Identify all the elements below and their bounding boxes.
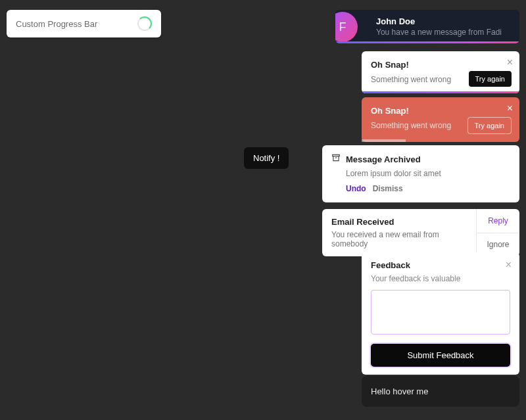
progress-card: Custom Progress Bar (7, 10, 161, 37)
close-icon[interactable]: × (506, 259, 512, 271)
dismiss-button[interactable]: Dismiss (373, 184, 403, 193)
close-icon[interactable]: × (507, 103, 513, 114)
try-again-button[interactable]: Try again (469, 71, 512, 87)
email-subtitle: You received a new email from somebody (331, 230, 467, 248)
archive-icon (331, 153, 341, 165)
feedback-subtitle: Your feedback is valuable (371, 274, 510, 283)
undo-button[interactable]: Undo (346, 184, 366, 193)
spinner-icon (137, 16, 152, 31)
notify-button[interactable]: Notify ! (244, 147, 289, 169)
email-notification: Email Received You received a new email … (322, 209, 519, 256)
progress-line (362, 139, 406, 142)
feedback-card: × Feedback Your feedback is valuable Sub… (362, 252, 519, 375)
email-title: Email Received (331, 217, 467, 227)
message-title: John Doe (376, 16, 510, 26)
feedback-textarea[interactable] (371, 290, 510, 335)
message-subtitle: You have a new message from Fadi (376, 28, 510, 37)
error-notification-light: × Oh Snap! Something went wrong Try agai… (362, 51, 519, 93)
progress-line (362, 91, 519, 93)
error-title: Oh Snap! (371, 60, 510, 70)
error-notification-danger: × Oh Snap! Something went wrong Try agai… (362, 97, 519, 142)
submit-feedback-button[interactable]: Submit Feedback (371, 344, 510, 367)
try-again-button[interactable]: Try again (467, 117, 512, 134)
reply-button[interactable]: Reply (477, 209, 519, 233)
hover-text: Hello hover me (371, 386, 428, 396)
archived-title: Message Archived (346, 154, 421, 164)
hover-card[interactable]: Hello hover me (362, 376, 519, 407)
progress-line (335, 41, 519, 43)
error-title: Oh Snap! (371, 106, 510, 116)
archived-subtitle: Lorem ipsum dolor sit amet (346, 169, 510, 178)
avatar: F (335, 12, 358, 42)
archived-notification: Message Archived Lorem ipsum dolor sit a… (322, 145, 519, 202)
close-icon[interactable]: × (507, 57, 513, 68)
message-notification[interactable]: F John Doe You have a new message from F… (335, 10, 519, 43)
feedback-title: Feedback (371, 260, 510, 270)
progress-label: Custom Progress Bar (16, 19, 97, 29)
svg-rect-0 (333, 154, 340, 156)
